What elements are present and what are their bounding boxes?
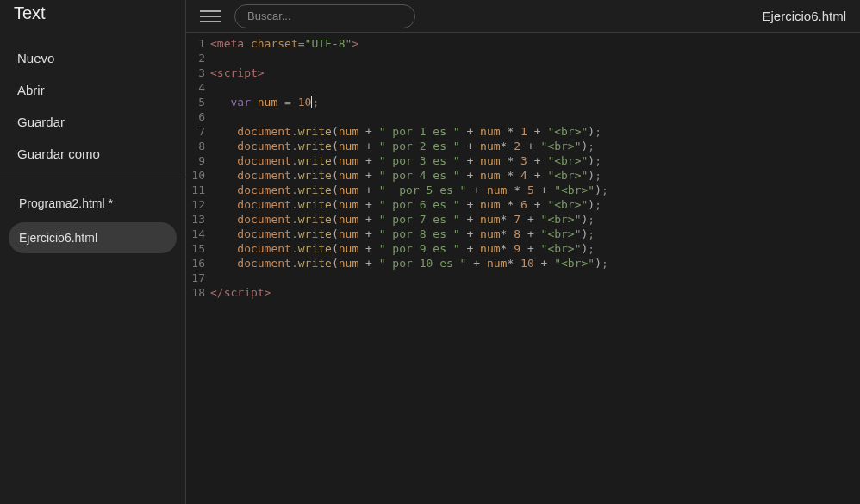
code-line[interactable]: 18</script>	[186, 285, 860, 300]
code-line[interactable]: 16 document.write(num + " por 10 es " + …	[186, 256, 860, 271]
line-content[interactable]	[210, 109, 860, 124]
topbar: Ejercicio6.html	[186, 0, 860, 33]
app-title: Text	[0, 0, 185, 35]
line-content[interactable]	[210, 51, 860, 65]
code-line[interactable]: 10 document.write(num + " por 4 es " + n…	[186, 168, 860, 183]
main-area: Ejercicio6.html 1<meta charset="UTF-8">2…	[186, 0, 860, 504]
line-content[interactable]: document.write(num + " por 5 es " + num …	[210, 183, 860, 197]
search-input[interactable]	[234, 4, 415, 28]
line-content[interactable]: document.write(num + " por 9 es " + num*…	[210, 241, 860, 256]
line-number: 13	[186, 212, 210, 227]
menu-save-as[interactable]: Guardar como	[0, 138, 185, 170]
line-number: 5	[186, 95, 210, 109]
line-content[interactable]: document.write(num + " por 3 es " + num …	[210, 153, 860, 168]
code-line[interactable]: 8 document.write(num + " por 2 es " + nu…	[186, 139, 860, 153]
line-content[interactable]: </script>	[210, 285, 860, 300]
menu-new[interactable]: Nuevo	[0, 42, 185, 74]
line-content[interactable]: document.write(num + " por 6 es " + num …	[210, 197, 860, 212]
current-file-label: Ejercicio6.html	[762, 9, 846, 23]
menu-open[interactable]: Abrir	[0, 74, 185, 106]
line-content[interactable]: <script>	[210, 65, 860, 80]
code-editor[interactable]: 1<meta charset="UTF-8">23<script>45 var …	[186, 33, 860, 504]
file-item-ejercicio6[interactable]: Ejercicio6.html	[9, 222, 177, 253]
code-line[interactable]: 7 document.write(num + " por 1 es " + nu…	[186, 124, 860, 139]
code-line[interactable]: 11 document.write(num + " por 5 es " + n…	[186, 183, 860, 197]
line-number: 7	[186, 124, 210, 139]
hamburger-icon[interactable]	[200, 6, 221, 27]
code-line[interactable]: 13 document.write(num + " por 7 es " + n…	[186, 212, 860, 227]
line-content[interactable]: <meta charset="UTF-8">	[210, 36, 860, 51]
line-number: 16	[186, 256, 210, 271]
code-line[interactable]: 1<meta charset="UTF-8">	[186, 36, 860, 51]
open-files-list: Programa2.html * Ejercicio6.html	[0, 177, 185, 264]
code-line[interactable]: 15 document.write(num + " por 9 es " + n…	[186, 241, 860, 256]
line-content[interactable]: var num = 10;	[210, 95, 860, 109]
line-content[interactable]: document.write(num + " por 2 es " + num*…	[210, 139, 860, 153]
menu-save[interactable]: Guardar	[0, 106, 185, 138]
line-number: 2	[186, 51, 210, 65]
code-line[interactable]: 2	[186, 51, 860, 65]
line-content[interactable]: document.write(num + " por 1 es " + num …	[210, 124, 860, 139]
sidebar: Text Nuevo Abrir Guardar Guardar como Pr…	[0, 0, 186, 504]
code-line[interactable]: 9 document.write(num + " por 3 es " + nu…	[186, 153, 860, 168]
line-number: 6	[186, 109, 210, 124]
line-content[interactable]	[210, 271, 860, 285]
line-content[interactable]	[210, 80, 860, 95]
line-number: 14	[186, 227, 210, 241]
line-number: 10	[186, 168, 210, 183]
line-content[interactable]: document.write(num + " por 8 es " + num*…	[210, 227, 860, 241]
line-number: 15	[186, 241, 210, 256]
line-number: 12	[186, 197, 210, 212]
line-number: 17	[186, 271, 210, 285]
line-number: 9	[186, 153, 210, 168]
code-line[interactable]: 14 document.write(num + " por 8 es " + n…	[186, 227, 860, 241]
code-line[interactable]: 3<script>	[186, 65, 860, 80]
code-line[interactable]: 12 document.write(num + " por 6 es " + n…	[186, 197, 860, 212]
search-wrap	[234, 4, 415, 28]
line-number: 8	[186, 139, 210, 153]
sidebar-menu: Nuevo Abrir Guardar Guardar como	[0, 35, 185, 177]
line-number: 1	[186, 36, 210, 51]
line-number: 4	[186, 80, 210, 95]
code-line[interactable]: 17	[186, 271, 860, 285]
file-item-programa2[interactable]: Programa2.html *	[9, 188, 177, 219]
line-content[interactable]: document.write(num + " por 10 es " + num…	[210, 256, 860, 271]
line-number: 18	[186, 285, 210, 300]
line-number: 11	[186, 183, 210, 197]
line-number: 3	[186, 65, 210, 80]
code-line[interactable]: 6	[186, 109, 860, 124]
code-line[interactable]: 4	[186, 80, 860, 95]
line-content[interactable]: document.write(num + " por 7 es " + num*…	[210, 212, 860, 227]
code-line[interactable]: 5 var num = 10;	[186, 95, 860, 109]
line-content[interactable]: document.write(num + " por 4 es " + num …	[210, 168, 860, 183]
